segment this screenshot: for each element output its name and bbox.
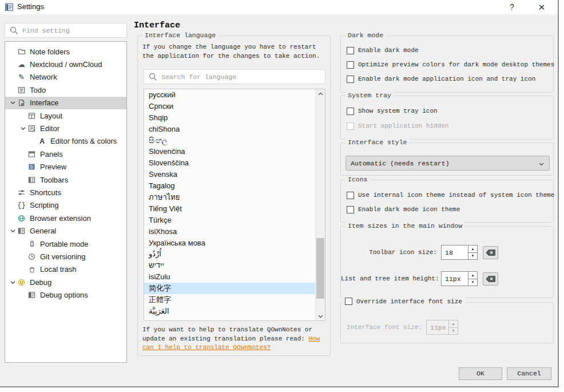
scrollbar-thumb[interactable] — [316, 238, 324, 299]
panels-icon — [27, 150, 37, 159]
interface-language-group: Interface language If you change the lan… — [137, 35, 331, 356]
sidebar-item-layout[interactable]: Layout — [5, 109, 126, 122]
override-font-group: Override interface font size Interface f… — [340, 302, 554, 343]
language-item[interactable]: русский — [144, 89, 325, 101]
toolbars-icon — [27, 176, 37, 184]
translate-help-text: If you want to help to translate QOwnNot… — [142, 326, 329, 353]
window-title: Settings — [17, 2, 44, 11]
portable-icon — [27, 240, 37, 248]
spin-up-button: ▲ — [449, 320, 458, 328]
todo-list-icon — [17, 86, 26, 94]
sidebar-item-toolbars[interactable]: Toolbars — [5, 173, 126, 186]
page-title: Interface — [134, 21, 180, 30]
document-icon — [17, 98, 26, 107]
group-legend: Dark mode — [345, 31, 386, 39]
sidebar-item-editor-fonts-colors[interactable]: A Editor fonts & colors — [5, 135, 126, 148]
language-item[interactable]: Српски — [144, 101, 325, 112]
globe-icon — [17, 214, 26, 223]
sidebar-item-shortcuts[interactable]: Shortcuts — [5, 186, 126, 199]
general-icon — [17, 227, 26, 235]
dark-mode-app-icon-checkbox[interactable] — [347, 76, 354, 83]
sidebar-item-network[interactable]: ✎ Network — [5, 71, 126, 84]
language-item[interactable]: isiXhosa — [144, 226, 325, 237]
group-legend: Icons — [345, 176, 370, 183]
language-search-input[interactable] — [161, 73, 325, 81]
language-item[interactable]: اُرْدُو — [144, 248, 325, 260]
language-item[interactable]: Slovenščina — [144, 157, 325, 169]
list-tree-height-reset-button[interactable] — [483, 272, 498, 286]
scrollbar[interactable] — [315, 89, 325, 320]
sidebar-item-browser-extension[interactable]: Browser extension — [5, 212, 126, 224]
scrollbar-up-button[interactable] — [316, 89, 325, 98]
toolbar-icon-size-reset-button[interactable] — [483, 246, 498, 259]
language-item[interactable]: Türkçe — [144, 215, 325, 226]
language-item[interactable]: chiShona — [144, 124, 325, 135]
toolbar-icon-size-input[interactable] — [442, 246, 468, 259]
chevron-down-icon[interactable] — [9, 99, 17, 107]
language-item[interactable]: ייִדיש — [144, 260, 325, 271]
language-item[interactable]: Українська мова — [144, 237, 325, 249]
spin-up-button[interactable]: ▲ — [468, 272, 477, 279]
spin-down-button[interactable]: ▼ — [468, 279, 477, 286]
ok-button[interactable]: OK — [459, 367, 502, 380]
language-item[interactable]: ภาษาไทย — [144, 192, 325, 203]
sidebar-item-general[interactable]: General — [5, 224, 126, 237]
cloud-icon: ☁ — [17, 60, 26, 69]
sidebar-item-panels[interactable]: Panels — [5, 148, 126, 160]
language-item[interactable]: 正體字 — [144, 294, 325, 306]
cancel-button[interactable]: Cancel — [507, 367, 551, 380]
language-item[interactable]: isiZulu — [144, 271, 325, 283]
spin-down-button[interactable]: ▼ — [468, 253, 477, 260]
sliders-icon — [17, 188, 26, 197]
sidebar-item-todo[interactable]: Todo — [5, 84, 126, 96]
chevron-down-icon[interactable] — [9, 227, 17, 235]
group-legend: System tray — [345, 92, 394, 99]
sidebar-item-editor[interactable]: Editor — [5, 122, 126, 134]
language-item[interactable]: Svenska — [144, 169, 325, 180]
language-item[interactable]: Tagalog — [144, 180, 325, 192]
list-tree-height-input[interactable] — [442, 272, 468, 286]
sidebar-item-scripting[interactable]: {} Scripting — [5, 199, 126, 212]
sidebar-item-portable-mode[interactable]: Portable mode — [5, 237, 126, 250]
group-legend: Item sizes in the main window — [345, 222, 464, 229]
sidebar-item-git-versioning[interactable]: Git versioning — [5, 250, 126, 263]
dark-mode-group: Dark mode Enable dark mode Optimize prev… — [340, 35, 554, 93]
folder-icon — [17, 47, 26, 56]
chevron-down-icon[interactable] — [19, 125, 27, 133]
sidebar-item-interface[interactable]: Interface — [5, 97, 126, 109]
language-item[interactable]: Tiếng Việt — [144, 203, 325, 215]
optimize-preview-colors-checkbox[interactable] — [347, 61, 354, 69]
settings-search-box — [5, 23, 127, 38]
interface-font-size-spinbox: ▲ ▼ — [426, 320, 458, 335]
show-system-tray-checkbox[interactable] — [347, 108, 354, 115]
sidebar-item-local-trash[interactable]: Local trash — [5, 263, 126, 276]
chevron-down-icon[interactable] — [9, 278, 17, 286]
language-item[interactable]: العَرَبِيَّة — [144, 306, 325, 317]
scrollbar-down-button[interactable] — [316, 311, 325, 320]
chevron-down-icon — [539, 161, 544, 167]
internal-icon-theme-checkbox[interactable] — [347, 192, 354, 199]
app-window-icon — [5, 3, 13, 11]
settings-dialog: Settings ? ✕ Note folders ☁ Nextcloud / … — [0, 0, 559, 387]
help-button[interactable]: ? — [501, 0, 523, 14]
sidebar-item-nextcloud-owncloud[interactable]: ☁ Nextcloud / ownCloud — [5, 58, 126, 70]
spin-down-button: ▼ — [449, 328, 458, 335]
sidebar-item-note-folders[interactable]: Note folders — [5, 45, 126, 58]
settings-search-input[interactable] — [22, 27, 126, 34]
group-legend: Interface language — [142, 31, 218, 39]
language-item[interactable]: Slovenčina — [144, 146, 325, 157]
override-font-size-checkbox[interactable] — [345, 298, 352, 305]
sidebar-item-preview[interactable]: Preview — [5, 161, 126, 173]
close-button[interactable]: ✕ — [530, 0, 553, 14]
dark-mode-icon-theme-checkbox[interactable] — [347, 206, 354, 213]
sidebar-item-debug-options[interactable]: Debug options — [5, 288, 126, 301]
interface-style-select[interactable]: Automatic (needs restart) — [345, 156, 550, 171]
enable-dark-mode-checkbox[interactable] — [347, 47, 354, 54]
clock-icon — [27, 252, 37, 261]
spin-up-button[interactable]: ▲ — [468, 246, 477, 253]
sidebar-item-debug[interactable]: Debug — [5, 276, 126, 288]
interface-style-group: Interface style Automatic (needs restart… — [340, 142, 554, 176]
language-item[interactable]: Shqip — [144, 112, 325, 124]
language-item-selected[interactable]: 简化字 — [144, 283, 325, 294]
language-item[interactable]: සිංහල — [144, 135, 325, 146]
